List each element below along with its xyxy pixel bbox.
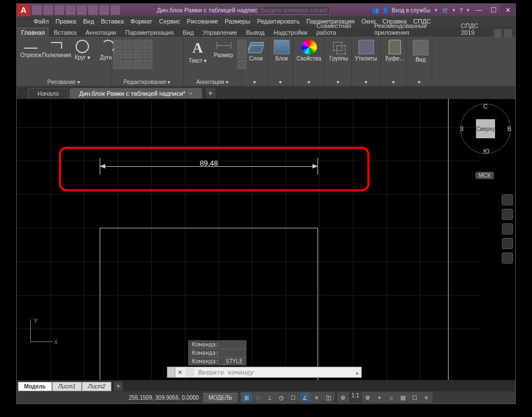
grid-toggle-icon[interactable]: ⊞ <box>241 392 252 402</box>
menu-tools[interactable]: Сервис <box>159 18 180 25</box>
tab-drawing[interactable]: Дин.блок Рамки с таблицей надписи*× <box>69 88 202 99</box>
panel-draw-label[interactable]: Рисование ▾ <box>19 78 108 86</box>
command-line[interactable]: ✕ Введите команду ▴ <box>167 367 362 378</box>
tab-parametric[interactable]: Параметризация <box>121 28 178 37</box>
transparency-toggle-icon[interactable]: ◫ <box>323 392 334 402</box>
hardware-accel-icon[interactable]: ▤ <box>398 392 409 402</box>
cleanscreen-icon[interactable]: ☐ <box>409 392 421 402</box>
tab-annotate[interactable]: Аннотации <box>81 28 121 37</box>
tab-close-icon[interactable]: × <box>189 90 192 97</box>
stretch-icon[interactable] <box>113 60 122 69</box>
properties-button[interactable]: Свойства <box>296 40 322 62</box>
menu-file[interactable]: Файл <box>34 18 49 25</box>
qat-new-icon[interactable] <box>32 6 41 15</box>
panel-layers-expand[interactable]: ▾ <box>244 78 265 86</box>
tab-add-button[interactable]: + <box>206 88 216 98</box>
offset-icon[interactable] <box>143 60 152 69</box>
trim-icon[interactable] <box>133 40 142 49</box>
tab-view[interactable]: Вид <box>178 28 198 37</box>
osnap-toggle-icon[interactable]: ☐ <box>288 392 299 402</box>
tab-featured[interactable]: Рекомендованные приложения <box>370 21 456 37</box>
layout-sheet1[interactable]: Лист1 <box>52 382 82 391</box>
panel-modify-label[interactable]: Редактирование ▾ <box>113 78 181 86</box>
otrack-toggle-icon[interactable]: ∠ <box>300 392 311 402</box>
cmd-close-icon[interactable]: ✕ <box>175 369 184 376</box>
qat-save-icon[interactable] <box>55 6 64 15</box>
ribbon-collapse-icon[interactable] <box>494 29 502 37</box>
copy-icon[interactable] <box>113 50 122 59</box>
menu-edit[interactable]: Правка <box>55 18 76 25</box>
dimension-button[interactable]: Размер <box>212 40 235 58</box>
mirror-icon[interactable] <box>123 50 132 59</box>
close-button[interactable]: ✕ <box>501 4 515 16</box>
tab-insert[interactable]: Вставка <box>49 28 81 37</box>
panel-block-expand[interactable]: ▾ <box>270 78 291 86</box>
ribbon-minimize-icon[interactable] <box>504 29 512 37</box>
viewcube-face[interactable]: Сверху <box>476 119 495 138</box>
scale-icon[interactable] <box>123 60 132 69</box>
polar-toggle-icon[interactable]: ◷ <box>276 392 287 402</box>
layout-model[interactable]: Модель <box>18 382 52 391</box>
nav-zoom-icon[interactable] <box>502 223 513 235</box>
nav-pan-icon[interactable] <box>502 209 513 220</box>
modelspace-button[interactable]: МОДЕЛЬ <box>203 393 237 402</box>
people-icon[interactable]: 👥 <box>372 7 379 13</box>
utilities-button[interactable]: Утилиты <box>354 40 378 62</box>
cmd-recent-icon[interactable]: ▴ <box>353 369 361 376</box>
customize-icon[interactable]: ≡ <box>421 392 432 402</box>
compass-w[interactable]: З <box>460 125 464 132</box>
cmd-drag-handle-icon[interactable] <box>167 367 175 377</box>
qat-open-icon[interactable] <box>44 6 53 15</box>
erase-icon[interactable] <box>143 40 152 49</box>
explode-icon[interactable] <box>143 50 152 59</box>
signin-link[interactable]: Вход в службы <box>392 7 431 13</box>
wcs-label[interactable]: МСК <box>475 172 494 179</box>
exchange-dropdown-icon[interactable]: ▼ <box>452 8 456 13</box>
menu-modify[interactable]: Редактировать <box>257 18 300 25</box>
text-button[interactable]: AТекст ▾ <box>186 40 209 64</box>
annotation-monitor-icon[interactable]: + <box>374 392 385 402</box>
annotation-scale-icon[interactable]: ⚙ <box>338 392 349 402</box>
layers-button[interactable]: Слои <box>244 40 268 62</box>
line-button[interactable]: Отрезок <box>19 40 43 58</box>
drawing-area[interactable]: 89,48 Y X Команда: Команда: Команда: _ST… <box>17 99 498 380</box>
maximize-button[interactable]: ☐ <box>486 4 501 16</box>
clipboard-button[interactable]: Буфе... <box>383 40 407 62</box>
scale-value[interactable]: 1:1 <box>349 392 362 402</box>
nav-showmotion-icon[interactable] <box>502 252 513 264</box>
panel-view-expand[interactable]: ▾ <box>409 78 430 86</box>
layout-add-button[interactable]: + <box>114 382 123 391</box>
compass-n[interactable]: С <box>483 103 488 110</box>
panel-groups-expand[interactable]: ▾ <box>327 78 349 86</box>
tab-manage[interactable]: Управление <box>198 28 241 37</box>
panel-props-expand[interactable]: ▾ <box>296 78 322 86</box>
canvas[interactable]: 89,48 Y X Команда: Команда: Команда: _ST… <box>17 99 515 380</box>
nav-wheel-icon[interactable] <box>502 194 513 205</box>
workspace-icon[interactable]: ⚙ <box>362 392 374 402</box>
isolate-icon[interactable]: ☼ <box>386 392 397 402</box>
qat-saveas-icon[interactable] <box>66 6 75 15</box>
panel-clip-expand[interactable]: ▾ <box>383 78 404 86</box>
tab-spds2019[interactable]: СПДС 2019 <box>456 21 494 37</box>
exchange-icon[interactable]: 🛒 <box>442 7 449 13</box>
menu-insert[interactable]: Вставка <box>101 18 124 25</box>
fillet-icon[interactable] <box>133 50 142 59</box>
help-dropdown-icon[interactable]: ▼ <box>466 8 470 13</box>
block-button[interactable]: Блок <box>270 40 293 62</box>
tab-output[interactable]: Вывод <box>241 28 269 37</box>
menu-view[interactable]: Вид <box>83 18 94 25</box>
tab-start[interactable]: Начало <box>28 88 68 99</box>
qat-undo-icon[interactable] <box>88 6 97 15</box>
menu-format[interactable]: Формат <box>130 18 152 25</box>
panel-annot-label[interactable]: Аннотации ▾ <box>186 78 239 86</box>
tab-addins[interactable]: Надстройки <box>269 28 312 37</box>
compass-s[interactable]: Ю <box>483 148 489 154</box>
ortho-toggle-icon[interactable]: ⊥ <box>264 392 276 402</box>
qat-dropdown-icon[interactable] <box>111 6 120 15</box>
compass-e[interactable]: В <box>507 125 511 132</box>
view-button[interactable]: Вид <box>409 40 432 63</box>
app-logo-icon[interactable]: A <box>17 4 30 16</box>
tab-home[interactable]: Главная <box>17 27 49 37</box>
menu-dimension[interactable]: Размеры <box>225 18 250 25</box>
circle-button[interactable]: Круг ▾ <box>71 40 94 60</box>
